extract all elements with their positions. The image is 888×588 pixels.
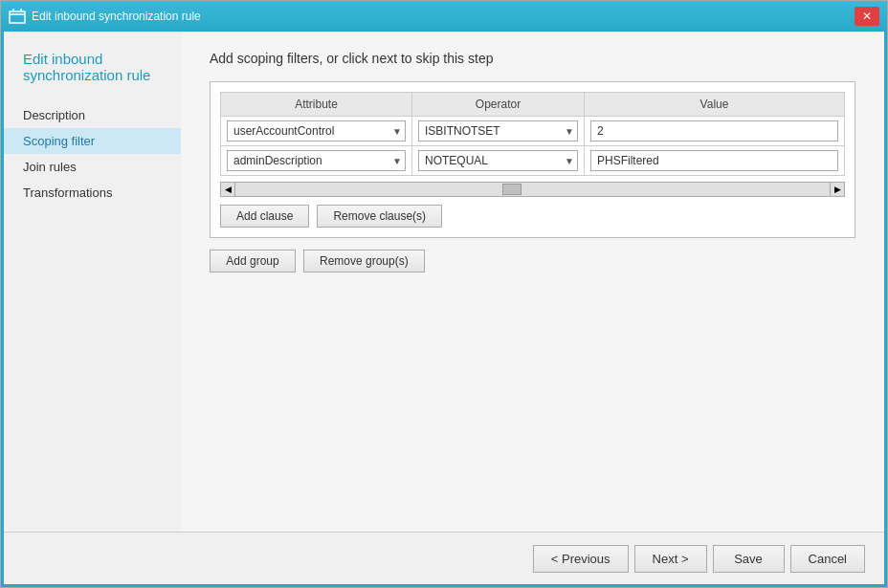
attribute-select-2[interactable]: adminDescription xyxy=(227,150,406,171)
operator-select-2[interactable]: NOTEQUAL xyxy=(418,150,578,171)
remove-clause-button[interactable]: Remove clause(s) xyxy=(317,205,442,228)
operator-select-wrapper-1: ISBITNOTSET ▼ xyxy=(418,120,578,142)
window-icon xyxy=(9,8,26,25)
sidebar-item-join-rules[interactable]: Join rules xyxy=(4,154,181,180)
title-bar: Edit inbound synchronization rule ✕ xyxy=(1,1,887,32)
attribute-select-wrapper-2: adminDescription ▼ xyxy=(227,150,406,171)
page-title: Edit inbound synchronization rule xyxy=(4,51,181,102)
main-content: Add scoping filters, or click next to sk… xyxy=(181,32,884,532)
title-bar-text: Edit inbound synchronization rule xyxy=(32,10,201,23)
table-row: userAccountControl ▼ ISBITNOTSET xyxy=(221,117,845,146)
scroll-right-button[interactable]: ▶ xyxy=(830,182,845,197)
previous-button[interactable]: < Previous xyxy=(533,545,629,573)
sidebar-item-transformations[interactable]: Transformations xyxy=(4,180,181,206)
group-buttons: Add group Remove group(s) xyxy=(210,250,855,272)
sidebar: Edit inbound synchronization rule Descri… xyxy=(4,32,181,532)
table-row: adminDescription ▼ NOTEQUAL xyxy=(221,146,845,176)
remove-group-button[interactable]: Remove group(s) xyxy=(303,250,425,272)
sidebar-item-description[interactable]: Description xyxy=(4,102,181,128)
value-input-1[interactable] xyxy=(590,120,838,142)
add-clause-button[interactable]: Add clause xyxy=(220,205,309,228)
scroll-left-button[interactable]: ◀ xyxy=(220,182,235,197)
cancel-button[interactable]: Cancel xyxy=(790,545,865,573)
section-title: Add scoping filters, or click next to sk… xyxy=(210,51,855,66)
close-button[interactable]: ✕ xyxy=(855,7,879,26)
footer: < Previous Next > Save Cancel xyxy=(4,532,884,584)
add-group-button[interactable]: Add group xyxy=(210,250,296,272)
operator-select-wrapper-2: NOTEQUAL ▼ xyxy=(418,150,578,171)
sidebar-item-scoping-filter[interactable]: Scoping filter xyxy=(4,128,181,154)
filter-box: Attribute Operator Value userAcco xyxy=(210,81,855,238)
horizontal-scrollbar: ◀ ▶ xyxy=(220,182,845,197)
col-header-value: Value xyxy=(585,93,845,117)
col-header-attribute: Attribute xyxy=(221,93,412,117)
main-window: Edit inbound synchronization rule ✕ Edit… xyxy=(0,0,888,588)
title-bar-left: Edit inbound synchronization rule xyxy=(9,8,201,25)
col-header-operator: Operator xyxy=(412,93,585,117)
scrollbar-thumb[interactable] xyxy=(502,184,522,195)
content-area: Edit inbound synchronization rule Descri… xyxy=(4,32,884,532)
value-input-2[interactable] xyxy=(590,150,838,171)
next-button[interactable]: Next > xyxy=(634,545,707,573)
attribute-select-wrapper-1: userAccountControl ▼ xyxy=(227,120,406,142)
operator-select-1[interactable]: ISBITNOTSET xyxy=(418,120,578,142)
attribute-select-1[interactable]: userAccountControl xyxy=(227,120,406,142)
scrollbar-track[interactable] xyxy=(235,182,830,197)
save-button[interactable]: Save xyxy=(713,545,785,573)
filter-table: Attribute Operator Value userAcco xyxy=(220,92,845,176)
svg-rect-0 xyxy=(10,11,25,23)
clause-buttons: Add clause Remove clause(s) xyxy=(220,205,845,228)
